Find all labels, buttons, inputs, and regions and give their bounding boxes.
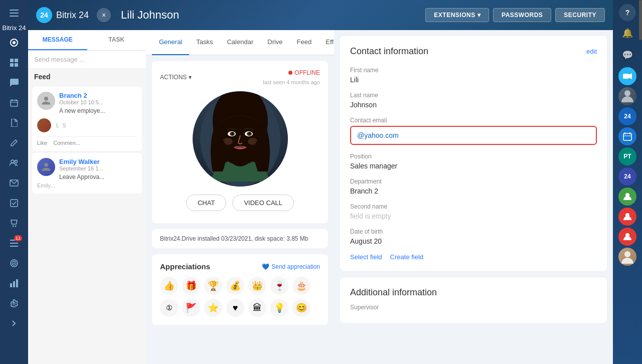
nav-chat-icon[interactable] [5,74,23,92]
contact-panel: Contact information edit First name Lili… [334,30,613,364]
select-field-link[interactable]: Select field [350,253,382,261]
svg-rect-2 [10,16,19,17]
appr-trophy[interactable]: 🏆 [204,277,222,295]
appr-cake[interactable]: 🎂 [292,277,310,295]
bitrix24-icon[interactable]: 24 [618,107,636,125]
tab-drive[interactable]: Drive [260,30,289,55]
appr-smile[interactable]: 😊 [292,299,310,317]
actions-button[interactable]: ACTIONS ▾ [160,74,192,81]
appr-gift[interactable]: 🎁 [182,277,200,295]
users-circle-icon-3[interactable] [618,228,636,246]
appr-crown[interactable]: 👑 [248,277,266,295]
appr-money[interactable]: 💰 [226,277,244,295]
calendar-circle-icon[interactable] [618,127,636,145]
users-circle-icon-2[interactable] [618,208,636,226]
tab-message[interactable]: MESSAGE [28,30,87,50]
nav-document-icon[interactable] [5,114,23,132]
svg-rect-6 [15,59,18,62]
appr-flag[interactable]: 🚩 [182,299,200,317]
24-circle-icon[interactable]: 24 [618,167,636,186]
comment-action[interactable]: Commen... [53,140,80,146]
appr-wine[interactable]: 🍷 [270,277,288,295]
tab-efficiency[interactable]: Efficiency 100% [318,30,334,55]
person-avatar-icon[interactable] [618,248,636,266]
tab-tasks[interactable]: Tasks [189,30,220,55]
nav-list-icon[interactable]: 11 [5,234,23,252]
scrollbar-thumb[interactable] [639,0,642,40]
appr-building[interactable]: 🏛 [248,299,266,317]
appreciation-icons-row2: ① 🚩 ⭐ ♥ 🏛 💡 😊 [160,299,320,317]
feed-avatar-1 [37,92,55,110]
hamburger-icon[interactable] [5,4,23,22]
extensions-button[interactable]: EXTENSIONS ▾ [425,8,489,22]
nav-grid-icon[interactable] [5,54,23,72]
video-call-button[interactable]: VIDEO CALL [232,195,294,211]
feed-text-1: A new employe... [59,107,137,114]
field-dob: Date of birth August 20 [350,228,597,245]
send-appreciation-btn[interactable]: 💙 Send appreciation [262,263,320,270]
help-icon[interactable]: ? [619,4,636,21]
appr-bulb[interactable]: 💡 [270,299,288,317]
video-conference-icon[interactable] [618,67,636,85]
feed-items: Branch 2 October 10 10:5... A new employ… [28,85,146,364]
nav-check-icon[interactable] [5,194,23,212]
profile-photo [193,91,288,187]
svg-rect-26 [13,281,15,287]
tab-general[interactable]: General [152,30,189,55]
edit-link[interactable]: edit [586,48,597,55]
nav-badge: 11 [14,235,22,241]
appr-star[interactable]: ⭐ [204,299,222,317]
tab-calendar[interactable]: Calendar [220,30,260,55]
appreciations-card: Appreciations 💙 Send appreciation 👍 🎁 🏆 … [152,254,328,325]
svg-rect-20 [10,243,18,244]
nav-mail-icon[interactable] [5,174,23,192]
add-comment-btn[interactable]: S [62,122,66,128]
svg-point-18 [15,226,17,227]
feed-item-2[interactable]: Emily Walker September 16 1... Leave App… [32,153,142,194]
like-action[interactable]: Like [37,140,47,146]
send-message-box[interactable]: Send message ... [28,51,146,69]
offline-badge: OFFLINE [288,69,320,76]
nav-edit-icon[interactable] [5,134,23,152]
group-photo-icon[interactable] [618,87,636,105]
supervisor-label: Supervisor [350,304,597,311]
feed-time-1: October 10 10:5... [59,99,137,105]
nav-settings-icon[interactable] [5,294,23,312]
nav-arrow-icon[interactable] [5,314,23,332]
chat-icon[interactable]: 💬 [617,45,637,65]
tab-task[interactable]: TASK [87,30,146,50]
nav-calendar-icon[interactable] [5,94,23,112]
chat-button[interactable]: CHAT [186,195,226,211]
svg-rect-27 [16,279,18,287]
department-label: Department [350,178,597,185]
security-button[interactable]: SECURITY [555,8,605,22]
nav-target-icon[interactable] [5,254,23,272]
nav-chart-icon[interactable] [5,274,23,292]
svg-point-28 [13,302,15,304]
nav-users-icon[interactable] [5,154,23,172]
appr-one[interactable]: ① [160,299,178,317]
close-button[interactable]: × [97,8,111,22]
user-name-header: Lili Johnson [121,9,179,22]
feed-time-2: September 16 1... [59,165,137,171]
additional-info-card: Additional information Supervisor [340,277,607,323]
bell-icon[interactable]: 🔔 [617,23,637,43]
contact-info-card: Contact information edit First name Lili… [340,36,607,271]
users-circle-icon-1[interactable] [618,188,636,206]
svg-point-4 [13,41,16,44]
pt-icon[interactable]: PT [618,147,636,165]
feed-subtext-2: Emily... [37,183,137,189]
svg-point-52 [624,251,630,257]
svg-rect-1 [10,13,19,14]
passwords-button[interactable]: PASSWORDS [493,8,551,22]
feed-info-2: Emily Walker September 16 1... Leave App… [59,158,137,180]
create-field-link[interactable]: Create field [390,253,423,261]
feed-item[interactable]: Branch 2 October 10 10:5... A new employ… [32,87,142,151]
appr-heart[interactable]: ♥ [226,299,244,317]
appr-thumbsup[interactable]: 👍 [160,277,178,295]
first-name-label: First name [350,67,597,74]
position-value: Sales manager [350,162,597,170]
nav-home-icon[interactable] [5,34,23,52]
tab-feed[interactable]: Feed [290,30,319,55]
nav-shop-icon[interactable] [5,214,23,232]
